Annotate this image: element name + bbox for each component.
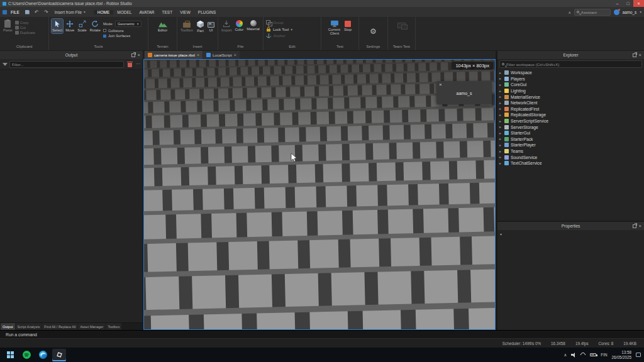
wifi-icon[interactable] [580,351,587,358]
move-tool-button[interactable]: Move [65,19,75,33]
scale-tool-button[interactable]: Scale [77,19,87,33]
dock-tab-toolbox[interactable]: Toolbox [106,323,121,330]
popout-icon[interactable] [633,53,636,57]
explorer-item-soundservice[interactable]: ▸SoundService [497,154,644,160]
color-button[interactable]: Color [234,19,244,33]
expand-arrow-icon[interactable]: ▸ [499,131,502,135]
close-icon[interactable]: × [639,53,641,58]
terrain-editor-button[interactable]: Editor [157,19,168,33]
redo-icon[interactable]: ↷ [42,7,50,17]
team-test-button[interactable] [397,19,406,30]
caret-down-icon[interactable]: ▾ [500,232,502,236]
explorer-item-networkclient[interactable]: ▸NetworkClient [497,100,644,106]
insert-from-file-button[interactable]: Insert from File ▾ [52,7,89,17]
expand-arrow-icon[interactable]: ▸ [499,155,502,159]
explorer-item-workspace[interactable]: ▸Workspace [497,70,644,76]
explorer-item-startergui[interactable]: ▸StarterGui [497,130,644,136]
import-button[interactable]: Import [221,19,232,33]
copy-button[interactable]: Copy [15,21,35,25]
explorer-item-coregui[interactable]: ▸CoreGui [497,82,644,88]
clock[interactable]: 13:58 26/05/2025 [611,350,631,359]
minimize-button[interactable]: – [612,0,623,7]
lock-tool-button[interactable]: Lock Tool ▾ [266,26,292,32]
close-icon[interactable]: × [197,53,199,57]
tab-model[interactable]: MODEL [113,10,135,14]
material-button[interactable]: Material [246,19,260,32]
explorer-item-serverstorage[interactable]: ▸ServerStorage [497,124,644,130]
expand-arrow-icon[interactable]: ▸ [499,95,502,99]
tab-place[interactable]: camera issue place.rbxl × [145,51,203,59]
collisions-checkbox[interactable]: Collisions [103,29,142,33]
paste-button[interactable]: Paste [3,19,13,33]
expand-arrow-icon[interactable]: ▸ [499,83,502,87]
tab-home[interactable]: HOME [94,10,114,14]
tray-chevron-icon[interactable]: ∧ [564,353,567,358]
expand-arrow-icon[interactable]: ▸ [499,77,502,80]
output-filter-input[interactable]: Filter... [9,61,124,68]
3d-viewport[interactable]: 1043px × 803px × aamo_s [143,59,496,330]
undo-icon[interactable]: ↶ [33,7,41,17]
explorer-item-materialservice[interactable]: ▸MaterialService [497,94,644,100]
dock-tab-asset-manager[interactable]: Asset Manager [78,323,105,330]
explorer-item-starterpack[interactable]: ▸StarterPack [497,136,644,143]
language-indicator[interactable]: FIN [601,353,607,357]
expand-arrow-icon[interactable]: ▸ [499,89,502,93]
explorer-item-replicatedstorage[interactable]: ▸ReplicatedStorage [497,112,644,118]
expand-arrow-icon[interactable]: ▸ [499,101,502,105]
roblox-studio-taskbar-icon[interactable] [52,349,66,361]
close-icon[interactable]: × [234,53,236,57]
explorer-item-lighting[interactable]: ▸Lighting [497,88,644,94]
maximize-button[interactable]: □ [623,0,633,7]
close-button[interactable]: × [633,0,644,7]
speaker-icon[interactable] [571,353,576,358]
notifications-icon[interactable] [636,353,641,357]
tab-avatar[interactable]: AVATAR [135,10,158,14]
anchor-button[interactable]: ⚓ Anchor [266,33,292,38]
dock-tab-output[interactable]: Output [1,323,15,330]
explorer-item-replicatedfirst[interactable]: ▸ReplicatedFirst [497,106,644,112]
join-surfaces-checkbox[interactable]: Join Surfaces [103,34,142,38]
popout-icon[interactable] [633,224,636,228]
play-client-button[interactable]: Current: Client [328,19,341,36]
tab-view[interactable]: VIEW [176,10,194,14]
close-icon[interactable]: × [138,53,140,58]
close-icon[interactable]: × [639,224,641,229]
explorer-filter-input[interactable]: Filter workspace (Ctrl+Shift+X) [499,60,642,68]
game-settings-button[interactable]: ⚙ [369,26,377,36]
tab-localscript[interactable]: LocalScript × [203,51,240,59]
duplicate-button[interactable]: Duplicate [15,31,35,35]
dock-tab-find-all-replace-all[interactable]: Find All / Replace All [42,323,77,330]
expand-arrow-icon[interactable]: ▸ [499,150,502,153]
edge-taskbar-icon[interactable] [36,349,50,361]
explorer-item-textchatservice[interactable]: ▸TextChatService [497,160,644,167]
toolbox-button[interactable]: Toolbox [180,19,194,33]
user-caret-icon[interactable]: ▾ [640,10,641,14]
explorer-item-serverscriptservice[interactable]: ▸ServerScriptService [497,118,644,124]
popout-icon[interactable] [131,53,135,57]
expand-arrow-icon[interactable]: ▸ [499,113,502,117]
explorer-item-teams[interactable]: ▸Teams [497,148,644,155]
expand-arrow-icon[interactable]: ▸ [499,162,502,165]
expand-arrow-icon[interactable]: ▸ [499,119,502,123]
explorer-item-players[interactable]: ▸Players [497,76,644,82]
close-icon[interactable]: × [439,82,442,87]
avatar[interactable] [614,9,619,15]
collapse-ribbon-icon[interactable]: ∧ [568,10,570,14]
spotify-taskbar-icon[interactable] [19,349,33,361]
explorer-item-starterplayer[interactable]: ▸StarterPlayer [497,142,644,148]
expand-arrow-icon[interactable]: ▸ [499,125,502,129]
rotate-tool-button[interactable]: Rotate [89,19,101,33]
expand-arrow-icon[interactable]: ▸ [499,143,502,147]
expand-arrow-icon[interactable]: ▸ [499,71,502,75]
ui-button[interactable]: UI [207,19,215,33]
tab-plugins[interactable]: PLUGINS [194,10,220,14]
clear-output-button[interactable] [126,60,134,69]
file-menu-button[interactable]: FILE [8,7,22,17]
select-tool-button[interactable]: Select [52,19,63,33]
username[interactable]: aamo_s [623,10,636,14]
battery-icon[interactable] [590,353,596,356]
dock-tab-script-analysis[interactable]: Script Analysis [16,323,42,330]
assistant-search[interactable]: Assistant [574,9,611,16]
mode-dropdown[interactable]: Geometric ▾ [115,21,142,27]
output-menu-button[interactable]: ⋯ [136,62,140,67]
